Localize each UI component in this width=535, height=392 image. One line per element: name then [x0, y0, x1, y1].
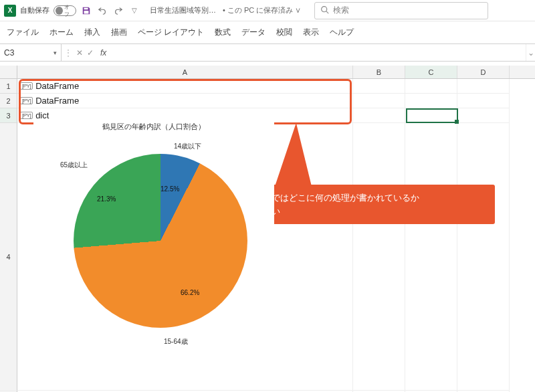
name-box-chevron-icon: ▾ — [54, 50, 57, 56]
qat-dropdown-icon[interactable]: ▽ — [128, 5, 140, 17]
fx-icon[interactable]: fx — [100, 48, 106, 58]
col-header-D[interactable]: D — [457, 66, 510, 78]
tab-view[interactable]: 表示 — [303, 27, 319, 38]
tab-file[interactable]: ファイル — [7, 27, 39, 38]
row-3: 3 [PY]dict — [0, 108, 535, 123]
tab-page-layout[interactable]: ページ レイアウト — [138, 27, 204, 38]
pie-label-1: 15-64歳 — [164, 337, 188, 347]
row-header-2[interactable]: 2 — [0, 94, 17, 108]
svg-point-0 — [322, 6, 327, 11]
autosave-toggle[interactable]: オフ — [54, 5, 76, 16]
pie-pct-0: 12.5% — [160, 185, 179, 193]
row-header-1[interactable]: 1 — [0, 79, 17, 94]
formula-input[interactable] — [109, 44, 526, 61]
row-1: 1 [PY]DataFrame — [0, 79, 535, 94]
name-box[interactable]: C3 ▾ — [0, 44, 62, 61]
cell-B1[interactable] — [353, 79, 405, 94]
cell-A2[interactable]: [PY]DataFrame — [17, 94, 353, 108]
python-chip-icon: [PY] — [20, 97, 33, 104]
name-box-value: C3 — [4, 48, 14, 58]
search-placeholder: 検索 — [333, 5, 349, 16]
enter-icon[interactable]: ✓ — [87, 48, 94, 58]
cell-C2[interactable] — [405, 94, 457, 108]
pie-chart[interactable]: 鶴見区の年齢内訳（人口割合） 14歳以下 15-64歳 65歳以上 12.5% … — [33, 122, 274, 376]
document-title: 日常生活圏域等別… — [150, 5, 216, 15]
worksheet-grid[interactable]: A B C D 1 [PY]DataFrame 2 [PY]DataFrame … — [0, 66, 535, 392]
autosave-toggle-text: オフ — [64, 3, 74, 18]
col-header-B[interactable]: B — [353, 66, 405, 78]
tab-data[interactable]: データ — [241, 27, 265, 38]
cell-D2[interactable] — [457, 94, 510, 108]
row-header-4[interactable]: 4 — [0, 123, 17, 391]
pie-pct-1: 66.2% — [181, 289, 199, 296]
formula-buttons: ⋮ ✕ ✓ fx — [62, 44, 109, 61]
formula-split-icon[interactable]: ⋮ — [64, 48, 72, 58]
cell-D1[interactable] — [457, 79, 510, 94]
autosave-label: 自動保存 — [20, 5, 49, 15]
select-all-corner[interactable] — [0, 66, 17, 78]
cancel-icon[interactable]: ✕ — [76, 48, 83, 58]
col-header-A[interactable]: A — [17, 66, 353, 78]
tab-home[interactable]: ホーム — [49, 27, 74, 38]
tab-draw[interactable]: 描画 — [111, 27, 127, 38]
pie-chart-graphic — [74, 154, 247, 328]
chart-title: 鶴見区の年齢内訳（人口割合） — [33, 122, 274, 132]
pie-label-2: 65歳以上 — [60, 161, 88, 170]
pie-pct-2: 21.3% — [97, 195, 116, 203]
cell-A1-value: DataFrame — [35, 81, 79, 91]
col-header-C[interactable]: C — [405, 66, 457, 78]
cell-A3[interactable]: [PY]dict — [17, 108, 353, 123]
cell-C3[interactable] — [405, 108, 457, 123]
pie-label-0: 14歳以下 — [174, 142, 201, 151]
cell-A1[interactable]: [PY]DataFrame — [17, 79, 353, 94]
cell-D4[interactable] — [457, 123, 510, 391]
python-chip-icon: [PY] — [20, 112, 33, 119]
undo-icon[interactable] — [96, 5, 108, 17]
cell-A2-value: DataFrame — [35, 96, 79, 106]
save-icon[interactable] — [80, 5, 92, 17]
tab-help[interactable]: ヘルプ — [330, 27, 354, 38]
row-2: 2 [PY]DataFrame — [0, 94, 535, 108]
cell-C4[interactable] — [405, 123, 457, 391]
column-headers: A B C D — [0, 66, 535, 79]
tab-review[interactable]: 校閲 — [276, 27, 292, 38]
cell-D3[interactable] — [457, 108, 510, 123]
cell-C1[interactable] — [405, 79, 457, 94]
saved-status[interactable]: • この PC に保存済み ∨ — [223, 5, 301, 15]
formula-bar: C3 ▾ ⋮ ✕ ✓ fx ⌄ — [0, 44, 535, 62]
ribbon-tabs: ファイル ホーム 挿入 描画 ページ レイアウト 数式 データ 校閲 表示 ヘル… — [0, 21, 535, 44]
title-bar: X 自動保存 オフ ▽ 日常生活圏域等別… • この PC に保存済み ∨ 検索 — [0, 0, 535, 21]
search-icon — [320, 5, 329, 16]
cell-A3-value: dict — [35, 110, 49, 120]
cell-B4[interactable] — [353, 123, 405, 391]
redo-icon[interactable] — [112, 5, 124, 17]
cell-B2[interactable] — [353, 94, 405, 108]
tab-insert[interactable]: 挿入 — [84, 27, 100, 38]
python-chip-icon: [PY] — [20, 82, 33, 90]
excel-app-icon: X — [4, 5, 16, 17]
formula-expand-icon[interactable]: ⌄ — [526, 44, 535, 61]
row-header-3[interactable]: 3 — [0, 108, 17, 123]
cell-B3[interactable] — [353, 108, 405, 123]
tab-formulas[interactable]: 数式 — [215, 27, 231, 38]
search-box[interactable]: 検索 — [314, 2, 488, 19]
